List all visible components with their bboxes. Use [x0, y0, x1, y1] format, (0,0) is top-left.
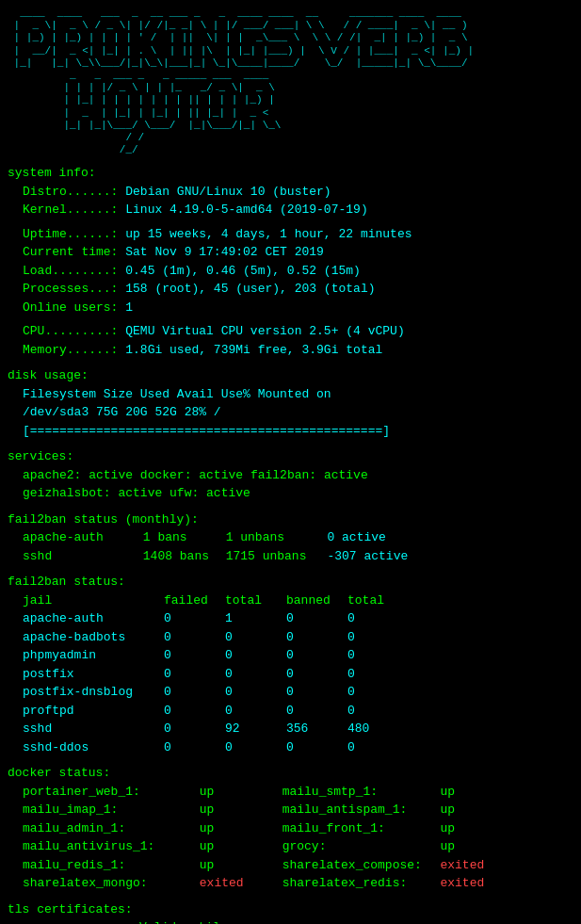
f2b-jail-1: apache-badbots — [23, 628, 164, 647]
kernel-label: Kernel......: — [23, 203, 118, 217]
f2b-m-unbans-0: 1 unbans — [226, 528, 320, 547]
disk-bar: [=======================================… — [8, 422, 573, 441]
current-time-value-text: Sat Nov 9 17:49:02 CET 2019 — [125, 245, 324, 259]
f2b-failed-2: 0 — [164, 646, 225, 665]
apache2-value: active — [89, 468, 133, 482]
f2b-total2-6: 480 — [347, 720, 395, 738]
fail2ban-table: jail failed total banned total apache-au… — [8, 592, 573, 757]
current-time-label: Current time: — [23, 245, 118, 259]
load-label: Load........: — [23, 264, 118, 278]
docker-label: docker: — [140, 468, 199, 482]
f2b-failed-4: 0 — [164, 683, 225, 702]
docker-name-0-r: mailu_smtp_1: — [282, 783, 433, 802]
table-row: postfix-dnsblog 0 0 0 0 — [23, 683, 395, 702]
docker-status-5-l: exited — [200, 874, 275, 893]
ufw-label: ufw: — [169, 486, 206, 500]
fail2ban-monthly-row0: apache-auth 1 bans 1 unbans 0 active — [8, 528, 573, 547]
system-info-title: system info: — [8, 164, 573, 183]
docker-status-title: docker status: — [8, 764, 573, 783]
tls-title: tls certificates: — [8, 900, 573, 919]
tls-header: Valid until — [139, 918, 573, 924]
distro-value-text: Debian GNU/Linux 10 (buster) — [125, 185, 331, 199]
services-row2: geizhalsbot: active ufw: active — [8, 484, 573, 503]
processes-label: Processes...: — [23, 282, 118, 296]
f2b-m-bans-0: 1 bans — [143, 528, 218, 547]
f2b-failed-0: 0 — [164, 609, 225, 628]
table-row: phpmyadmin 0 0 0 0 — [23, 646, 395, 665]
docker-row-1: mailu_imap_1: up mailu_antispam_1: up — [8, 801, 573, 819]
disk-usage-section: disk usage: Filesystem Size Used Avail U… — [8, 366, 573, 440]
docker-status-2-r: up — [440, 821, 455, 835]
services-section: services: apache2: active docker: active… — [8, 447, 573, 503]
f2b-jail-5: proftpd — [23, 702, 164, 721]
f2b-total2-1: 0 — [347, 628, 395, 647]
fail2ban-header-row: jail failed total banned total — [23, 592, 395, 610]
fail2ban-monthly-section: fail2ban status (monthly): apache-auth 1… — [8, 511, 573, 566]
online-users-row: Online users: 1 — [8, 299, 573, 317]
uptime-label: Uptime......: — [23, 227, 118, 241]
fail2ban-status-title: fail2ban status: — [8, 573, 573, 592]
f2b-jail-7: sshd-ddos — [23, 738, 164, 757]
f2b-failed-6: 0 — [164, 720, 225, 738]
cpu-label: CPU.........: — [23, 324, 118, 338]
docker-name-0-l: portainer_web_1: — [23, 783, 192, 802]
disk-header: Filesystem Size Used Avail Use% Mounted … — [8, 385, 573, 404]
kernel-row: Kernel......: Linux 4.19.0-5-amd64 (2019… — [8, 201, 573, 219]
tls-section: tls certificates: Valid until ████████ W… — [8, 900, 573, 924]
table-row: apache-badbots 0 0 0 0 — [23, 628, 395, 647]
f2b-total-6: 92 — [225, 720, 286, 738]
docker-row-5: sharelatex_mongo: exited sharelatex_redi… — [8, 874, 573, 893]
table-row: postfix 0 0 0 0 — [23, 665, 395, 684]
f2b-total-1: 0 — [225, 628, 286, 647]
cpu-row: CPU.........: QEMU Virtual CPU version 2… — [8, 322, 573, 341]
memory-row: Memory......: 1.8Gi used, 739Mi free, 3.… — [8, 341, 573, 360]
docker-name-2-l: mailu_admin_1: — [23, 819, 192, 838]
fail2ban-table-inner: jail failed total banned total apache-au… — [23, 592, 395, 757]
docker-status-1-l: up — [200, 801, 275, 819]
f2b-m-unbans-1: 1715 unbans — [226, 547, 320, 566]
docker-status-4-l: up — [200, 856, 275, 875]
load-row: Load........: 0.45 (1m), 0.46 (5m), 0.52… — [8, 262, 573, 281]
kernel-value-text: Linux 4.19.0-5-amd64 (2019-07-19) — [125, 203, 367, 217]
online-users-label: Online users: — [23, 300, 118, 315]
docker-name-5-r: sharelatex_redis: — [282, 874, 433, 893]
geizhalsbot-value: active — [118, 486, 162, 500]
f2b-jail-0: apache-auth — [23, 609, 164, 628]
memory-label: Memory......: — [23, 343, 118, 357]
ufw-value: active — [206, 486, 250, 500]
fail2ban-monthly-row1: sshd 1408 bans 1715 unbans -307 active — [8, 547, 573, 566]
docker-status-5-r: exited — [440, 876, 484, 890]
memory-value-text: 1.8Gi used, 739Mi free, 3.9Gi total — [125, 343, 382, 357]
f2b-failed-5: 0 — [164, 702, 225, 721]
f2b-total-7: 0 — [225, 738, 286, 757]
f2b-total2-4: 0 — [347, 683, 395, 702]
f2b-banned-5: 0 — [286, 702, 347, 721]
f2b-m-bans-1: 1408 bans — [143, 547, 218, 566]
docker-status-0-l: up — [200, 783, 275, 802]
current-time-row: Current time: Sat Nov 9 17:49:02 CET 201… — [8, 243, 573, 262]
table-row: proftpd 0 0 0 0 — [23, 702, 395, 721]
docker-name-4-r: sharelatex_compose: — [282, 856, 433, 875]
f2b-col-jail: jail — [23, 592, 164, 610]
f2b-col-total: total — [225, 592, 286, 610]
docker-status-0-r: up — [440, 785, 455, 799]
f2b-failed-3: 0 — [164, 665, 225, 684]
docker-name-1-r: mailu_antispam_1: — [282, 801, 433, 819]
f2b-banned-2: 0 — [286, 646, 347, 665]
ascii-art-header: ____ ____ ___ _ __ ___ _ _ ____ ____ __ … — [8, 8, 573, 156]
f2b-jail-2: phpmyadmin — [23, 646, 164, 665]
f2b-banned-3: 0 — [286, 665, 347, 684]
f2b-failed-1: 0 — [164, 628, 225, 647]
docker-row-0: portainer_web_1: up mailu_smtp_1: up — [8, 783, 573, 802]
f2b-m-name-1: sshd — [23, 547, 136, 566]
f2b-total2-2: 0 — [347, 646, 395, 665]
table-row: sshd 0 92 356 480 — [23, 720, 395, 738]
f2b-total-5: 0 — [225, 702, 286, 721]
f2b-total-4: 0 — [225, 683, 286, 702]
f2b-banned-6: 356 — [286, 720, 347, 738]
docker-status-3-l: up — [200, 837, 275, 856]
docker-name-5-l: sharelatex_mongo: — [23, 874, 192, 893]
f2b-m-active-0: 0 active — [327, 530, 385, 544]
f2b-banned-1: 0 — [286, 628, 347, 647]
fail2ban-monthly-title: fail2ban status (monthly): — [8, 511, 573, 529]
